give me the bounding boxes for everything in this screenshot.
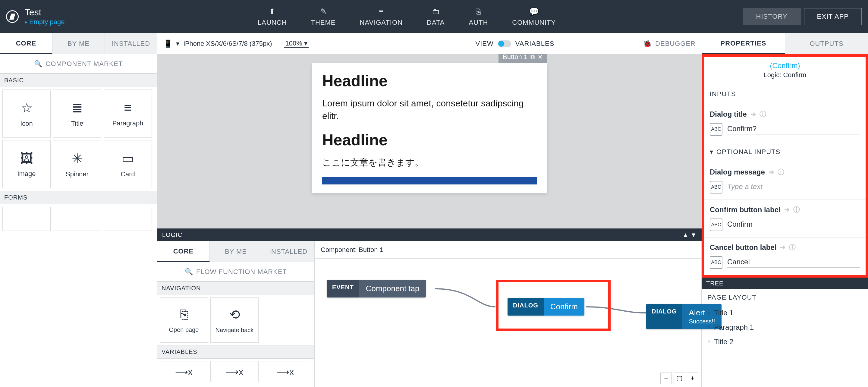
phone-icon: 📱: [163, 39, 173, 48]
tree-item[interactable]: Paragraph 1: [707, 320, 863, 334]
node-event[interactable]: EVENT Component tap: [327, 280, 426, 297]
tab-core[interactable]: CORE: [0, 33, 53, 54]
variable-item[interactable]: ⟶x: [160, 361, 208, 382]
device-preview[interactable]: Headline Lorem ipsum dolor sit amet, con…: [312, 63, 547, 193]
search-icon: 🔍: [185, 268, 193, 276]
logic-tab-core[interactable]: CORE: [157, 241, 210, 262]
zoom-out-button[interactable]: −: [660, 373, 672, 384]
tab-byme[interactable]: BY ME: [53, 33, 105, 54]
breadcrumb[interactable]: ▸Empty page: [25, 18, 64, 26]
center-panel: 📱 ▾ iPhone XS/X/6/6S/7/8 (375px) 100%▾ V…: [157, 33, 702, 387]
logic-section-variables: VARIABLES: [157, 345, 314, 359]
view-label: VIEW: [475, 40, 494, 48]
arrow-icon[interactable]: ➜: [784, 206, 789, 214]
type-chip[interactable]: ABC: [710, 256, 722, 269]
type-chip[interactable]: ABC: [710, 123, 722, 136]
topnav-community[interactable]: 💬COMMUNITY: [500, 0, 568, 33]
tree-bar: TREE: [702, 277, 868, 289]
forms-item[interactable]: [53, 207, 101, 231]
arrow-icon[interactable]: ➜: [750, 110, 756, 118]
community-icon: 💬: [529, 7, 539, 16]
history-button[interactable]: HISTORY: [743, 8, 801, 25]
info-icon[interactable]: ⓘ: [778, 168, 784, 177]
right-panel: PROPERTIES OUTPUTS (Confirm) Logic: Conf…: [702, 33, 868, 387]
component-paragraph[interactable]: ≡Paragraph: [104, 90, 152, 138]
component-icon[interactable]: ☆Icon: [2, 90, 51, 138]
info-icon[interactable]: ⓘ: [789, 243, 796, 252]
headline-2[interactable]: Headline: [322, 131, 537, 149]
device-select[interactable]: 📱 ▾ iPhone XS/X/6/6S/7/8 (375px): [163, 39, 272, 48]
variable-item[interactable]: ⟶x: [210, 361, 258, 382]
confirm-label-input[interactable]: Confirm: [727, 220, 860, 230]
collapse-up-icon[interactable]: ▲: [682, 232, 689, 238]
zoom-reset-button[interactable]: ▢: [674, 373, 685, 384]
data-icon: 🗀: [432, 7, 440, 16]
arrow-icon[interactable]: ➜: [780, 243, 785, 251]
group-optional-inputs[interactable]: ▾OPTIONAL INPUTS: [704, 142, 866, 162]
variables-label: VARIABLES: [516, 40, 555, 48]
cancel-label-input[interactable]: Cancel: [727, 258, 860, 268]
tab-installed[interactable]: INSTALLED: [105, 33, 157, 54]
info-icon[interactable]: ⓘ: [760, 110, 766, 119]
zoom-controls: − ▢ +: [660, 373, 698, 384]
forms-item[interactable]: [104, 207, 152, 231]
zoom-in-button[interactable]: +: [687, 373, 698, 384]
logic-tab-installed[interactable]: INSTALLED: [262, 241, 314, 262]
dialog-title-input[interactable]: Confirm?: [727, 124, 860, 135]
forms-item[interactable]: [2, 207, 51, 231]
dialog-message-input[interactable]: Type a text: [727, 182, 860, 192]
app-logo-icon[interactable]: [6, 10, 19, 23]
selected-node-type: Logic: Confirm: [704, 71, 866, 79]
image-icon: 🖼: [20, 151, 33, 166]
logic-subtitle: Component: Button 1: [315, 241, 701, 259]
tree-item[interactable]: Title 1: [707, 306, 863, 320]
tab-outputs[interactable]: OUTPUTS: [785, 33, 868, 54]
collapse-down-icon[interactable]: ▼: [690, 232, 697, 238]
tree-section-page-layout: PAGE LAYOUT: [707, 294, 863, 301]
button-1[interactable]: [322, 177, 537, 184]
component-market-search[interactable]: 🔍 COMPONENT MARKET: [0, 54, 157, 73]
view-variables-toggle[interactable]: [498, 40, 511, 47]
component-spinner[interactable]: ✳Spinner: [53, 140, 101, 188]
canvas[interactable]: Button 1 ⧉ ✕ Headline Lorem ipsum dolor …: [157, 54, 702, 229]
paragraph-icon: ≡: [124, 100, 132, 115]
topnav-theme[interactable]: ✎THEME: [299, 0, 348, 33]
selected-node-name: (Confirm): [704, 61, 866, 70]
component-card[interactable]: ▭Card: [104, 140, 152, 188]
zoom-select[interactable]: 100%▾: [284, 39, 309, 48]
section-forms: FORMS: [0, 191, 157, 204]
close-icon[interactable]: ✕: [538, 54, 543, 61]
exit-app-button[interactable]: EXIT APP: [804, 8, 862, 25]
paragraph-2[interactable]: ここに文章を書きます。: [322, 156, 537, 169]
type-chip[interactable]: ABC: [710, 181, 722, 194]
flow-navigate-back[interactable]: ⟲Navigate back: [210, 297, 258, 343]
component-image[interactable]: 🖼Image: [2, 140, 51, 188]
icon-icon: ☆: [21, 100, 33, 115]
tab-properties[interactable]: PROPERTIES: [702, 33, 785, 54]
launch-icon: ⬆: [269, 7, 276, 16]
topnav-navigation[interactable]: ≡NAVIGATION: [348, 0, 415, 33]
variable-item[interactable]: ⟶x: [261, 361, 309, 382]
arrow-icon[interactable]: ➜: [769, 168, 774, 176]
flow-open-page[interactable]: ⎘Open page: [160, 297, 208, 343]
flow-function-market[interactable]: 🔍 FLOW FUNCTION MARKET: [157, 262, 314, 281]
tree-item[interactable]: Title 2: [707, 334, 863, 349]
info-icon[interactable]: ⓘ: [793, 205, 800, 214]
auth-icon: ⎘: [476, 7, 481, 16]
title-icon: ≣: [72, 100, 83, 115]
topnav-auth[interactable]: ⎘AUTH: [457, 0, 500, 33]
selection-chip[interactable]: Button 1 ⧉ ✕: [498, 54, 547, 63]
paragraph-1[interactable]: Lorem ipsum dolor sit amet, consetetur s…: [322, 97, 537, 122]
logic-tab-byme[interactable]: BY ME: [210, 241, 262, 262]
headline-1[interactable]: Headline: [322, 72, 537, 90]
node-dialog-confirm[interactable]: ⧉✕ DIALOG Confirm: [507, 298, 584, 316]
topnav-launch[interactable]: ⬆LAUNCH: [246, 0, 299, 33]
type-chip[interactable]: ABC: [710, 218, 722, 231]
group-inputs: INPUTS: [704, 84, 866, 104]
flow-canvas[interactable]: EVENT Component tap ⧉✕ DIALOG Confirm DI…: [315, 259, 701, 387]
copy-icon[interactable]: ⧉: [530, 54, 535, 61]
topnav-data[interactable]: 🗀DATA: [415, 0, 457, 33]
section-basic: BASIC: [0, 73, 157, 87]
debugger-button[interactable]: 🐞 DEBUGGER: [643, 39, 695, 48]
component-title[interactable]: ≣Title: [53, 90, 101, 138]
